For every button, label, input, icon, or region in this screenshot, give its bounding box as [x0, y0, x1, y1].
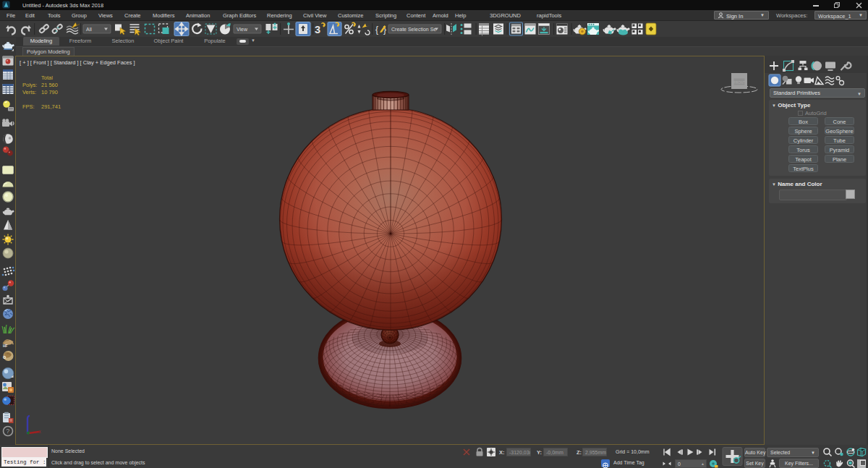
- svg-text:HF: HF: [3, 344, 8, 348]
- svg-text:3: 3: [315, 24, 320, 35]
- svg-text:{: {: [375, 25, 378, 35]
- svg-text:x: x: [38, 429, 41, 434]
- svg-text:View: View: [237, 27, 248, 32]
- svg-text:FRONT: FRONT: [733, 81, 745, 85]
- svg-text:Create Selection Se: Create Selection Se: [391, 27, 436, 32]
- svg-text:All: All: [86, 27, 92, 32]
- svg-text:O: O: [3, 355, 7, 359]
- svg-text:?: ?: [6, 427, 9, 435]
